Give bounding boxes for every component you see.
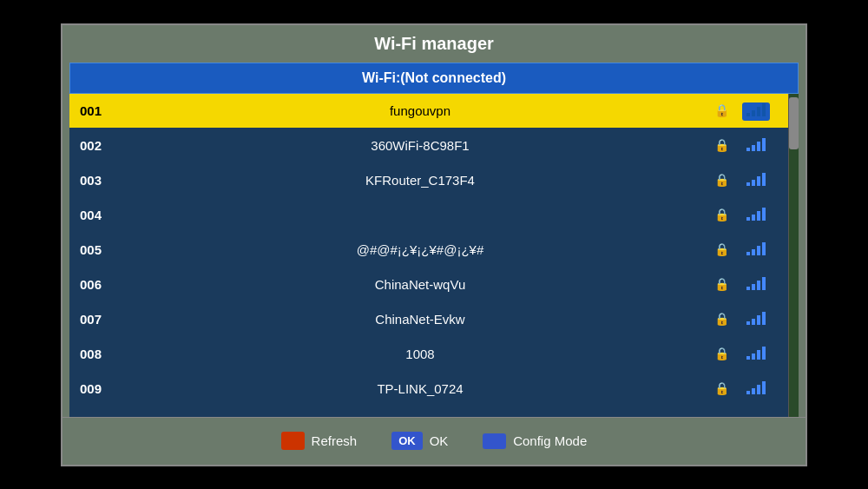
network-num: 007 (80, 312, 132, 327)
network-num: 003 (80, 173, 132, 188)
footer-bar: Refresh OK OK Config Mode (62, 417, 806, 465)
network-num: 001 (80, 103, 132, 118)
lock-icon: 🔒 (708, 312, 734, 326)
status-bar: Wi-Fi:(Not connected) (69, 63, 799, 94)
list-container: 001fungouvpn🔒 002360WiFi-8C98F1🔒 003KFRo… (69, 94, 799, 417)
main-window: Wi-Fi manager Wi-Fi:(Not connected) 001f… (61, 23, 807, 466)
content-area: Wi-Fi:(Not connected) 001fungouvpn🔒 0023… (69, 63, 799, 417)
ok-badge: OK (391, 432, 423, 450)
network-ssid: TP-LINK_0724 (132, 381, 708, 396)
network-ssid: 1008 (132, 347, 708, 361)
network-row[interactable]: 002360WiFi-8C98F1🔒 (69, 129, 788, 163)
refresh-label: Refresh (312, 433, 358, 448)
lock-icon: 🔒 (708, 208, 734, 221)
lock-icon: 🔒 (708, 242, 734, 256)
signal-icon (734, 276, 778, 293)
network-row[interactable]: 004🔒 (69, 198, 788, 233)
lock-icon: 🔒 (708, 103, 734, 117)
config-label: Config Mode (513, 433, 587, 448)
config-badge (483, 433, 506, 449)
signal-icon (734, 311, 778, 327)
network-num: 002 (80, 138, 132, 153)
network-ssid: @#@#¡¿¥¡¿¥#@¡¿¥# (132, 242, 708, 257)
signal-icon (734, 241, 778, 258)
network-list: 001fungouvpn🔒 002360WiFi-8C98F1🔒 003KFRo… (69, 94, 788, 417)
lock-icon: 🔒 (708, 347, 734, 360)
network-num: 004 (80, 208, 132, 222)
network-ssid: KFRouter_C173F4 (132, 173, 708, 188)
signal-icon (734, 137, 778, 154)
network-row[interactable]: 001fungouvpn🔒 (69, 94, 788, 129)
ok-button[interactable]: OK OK (391, 432, 448, 450)
refresh-badge (281, 432, 305, 450)
network-row[interactable]: 006ChinaNet-wqVu🔒 (69, 268, 788, 302)
config-mode-button[interactable]: Config Mode (483, 433, 587, 449)
network-row[interactable]: 009TP-LINK_0724🔒 (69, 372, 788, 406)
network-row[interactable]: 005@#@#¡¿¥¡¿¥#@¡¿¥#🔒 (69, 233, 788, 268)
ok-label: OK (430, 433, 449, 448)
network-ssid: fungouvpn (132, 103, 708, 118)
network-ssid: ChinaNet-wqVu (132, 277, 708, 292)
network-num: 008 (80, 347, 132, 361)
network-num: 006 (80, 277, 132, 292)
lock-icon: 🔒 (708, 138, 734, 152)
scrollbar-thumb[interactable] (789, 97, 799, 149)
signal-icon (734, 380, 778, 397)
lock-icon: 🔒 (708, 277, 734, 291)
network-num: 005 (80, 242, 132, 257)
network-row[interactable]: 003KFRouter_C173F4🔒 (69, 163, 788, 198)
signal-icon (734, 207, 778, 223)
network-ssid: ChinaNet-Evkw (132, 312, 708, 327)
network-num: 009 (80, 381, 132, 396)
window-title: Wi-Fi manager (62, 25, 806, 63)
scrollbar[interactable] (788, 94, 799, 417)
signal-icon (734, 102, 778, 119)
network-ssid: 360WiFi-8C98F1 (132, 138, 708, 153)
network-row[interactable]: 0081008🔒 (69, 337, 788, 372)
refresh-button[interactable]: Refresh (281, 432, 357, 450)
signal-icon (734, 172, 778, 188)
lock-icon: 🔒 (708, 173, 734, 187)
network-row[interactable]: 007ChinaNet-Evkw🔒 (69, 302, 788, 337)
signal-icon (734, 346, 778, 362)
lock-icon: 🔒 (708, 381, 734, 395)
